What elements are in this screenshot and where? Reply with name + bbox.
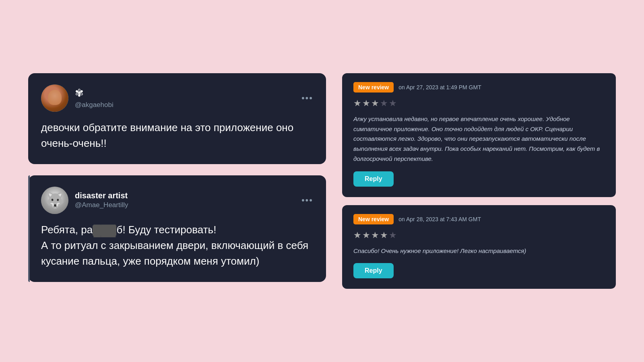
tweet-user-1: ✾ @akgaehobi <box>41 84 114 112</box>
avatar-image-1 <box>41 84 68 112</box>
tweets-column: ✾ @akgaehobi ••• девочки обратите вниман… <box>28 73 326 282</box>
avatar-2 <box>41 187 68 214</box>
new-review-badge-2: New review <box>353 214 394 224</box>
star-2-2: ★ <box>362 230 371 240</box>
tweet-username-2: @Amae_Heartilly <box>75 201 128 209</box>
star-2-1: ★ <box>353 230 362 240</box>
star-2-4: ★ <box>380 230 389 240</box>
tweet-menu-1[interactable]: ••• <box>301 93 313 103</box>
tweet-body-2: Ребята, ра███б! Буду тестировать! А то р… <box>41 222 313 269</box>
star-1-3: ★ <box>371 98 380 108</box>
tweet-user-2: disaster artist @Amae_Heartilly <box>41 187 128 214</box>
reply-button-1[interactable]: Reply <box>353 171 394 187</box>
main-layout: ✾ @akgaehobi ••• девочки обратите вниман… <box>28 73 616 289</box>
star-1-2: ★ <box>362 98 371 108</box>
review-stars-1: ★★★★★ <box>353 98 605 109</box>
star-2-5: ★ <box>389 230 398 240</box>
review-stars-2: ★★★★★ <box>353 230 605 241</box>
review-date-2: on Apr 28, 2023 at 7:43 AM GMT <box>398 216 481 222</box>
star-1-5: ★ <box>389 98 398 108</box>
new-review-badge-1: New review <box>353 82 394 93</box>
review-card-2: New review on Apr 28, 2023 at 7:43 AM GM… <box>342 205 616 289</box>
tweet-body-1: девочки обратите внимание на это приложе… <box>41 120 313 151</box>
tweet-display-name-2: disaster artist <box>75 191 128 200</box>
user-info-1: ✾ @akgaehobi <box>75 87 114 109</box>
reviews-column: New review on Apr 27, 2023 at 1:49 PM GM… <box>342 73 616 289</box>
user-info-2: disaster artist @Amae_Heartilly <box>75 191 128 209</box>
tweet-header-2: disaster artist @Amae_Heartilly ••• <box>41 187 313 214</box>
review-card-1: New review on Apr 27, 2023 at 1:49 PM GM… <box>342 73 616 197</box>
star-2-3: ★ <box>371 230 380 240</box>
star-1-4: ★ <box>380 98 389 108</box>
review-date-1: on Apr 27, 2023 at 1:49 PM GMT <box>398 84 481 90</box>
tweet-menu-2[interactable]: ••• <box>301 195 313 206</box>
tweet-username-1: @akgaehobi <box>75 101 114 109</box>
review-text-1: Апку установила недавно, но первое впеча… <box>353 114 605 164</box>
review-text-2: Спасибо! Очень нужное приложение! Легко … <box>353 246 605 256</box>
star-1-1: ★ <box>353 98 362 108</box>
tweet-header-1: ✾ @akgaehobi ••• <box>41 84 313 112</box>
fleur-icon-1: ✾ <box>75 87 114 99</box>
avatar-1 <box>41 84 68 112</box>
censored-text: ███ <box>93 225 116 236</box>
tweet-divider-2 <box>28 175 30 282</box>
reply-button-2[interactable]: Reply <box>353 263 394 278</box>
tweet-card-2: disaster artist @Amae_Heartilly ••• Ребя… <box>28 175 326 282</box>
review-header-2: New review on Apr 28, 2023 at 7:43 AM GM… <box>353 214 605 224</box>
review-header-1: New review on Apr 27, 2023 at 1:49 PM GM… <box>353 82 605 93</box>
tweet-card-1: ✾ @akgaehobi ••• девочки обратите вниман… <box>28 73 326 164</box>
avatar-image-2 <box>41 187 68 214</box>
